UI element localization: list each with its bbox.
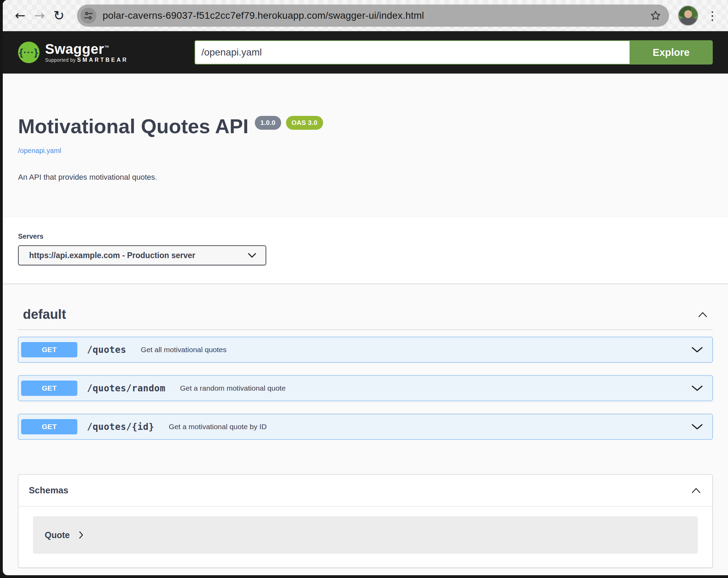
scheme-container: Servers https://api.example.com - Produc… xyxy=(3,217,728,283)
op-path: /quotes/random xyxy=(87,383,165,393)
version-badge: 1.0.0 xyxy=(255,116,281,130)
method-badge: GET xyxy=(21,342,77,357)
servers-label: Servers xyxy=(18,232,713,240)
api-description: An API that provides motivational quotes… xyxy=(18,173,713,182)
forward-icon[interactable]: → xyxy=(30,6,49,25)
chevron-up-icon[interactable] xyxy=(697,312,708,318)
tag-header-default[interactable]: default xyxy=(18,307,713,330)
chevron-down-icon[interactable] xyxy=(691,385,703,392)
op-path: /quotes xyxy=(87,345,126,355)
browser-window: ← → ↻ polar-caverns-69037-f51c2cc7ef79.h… xyxy=(3,0,728,575)
op-summary: Get all motivational quotes xyxy=(141,346,691,354)
chevron-right-icon[interactable] xyxy=(79,531,84,539)
schemas-title: Schemas xyxy=(29,485,68,496)
schemas-section: Schemas Quote xyxy=(18,474,713,568)
opblock-get-quotes-random[interactable]: GET /quotes/random Get a random motivati… xyxy=(18,375,713,401)
spec-url-input[interactable] xyxy=(194,40,630,65)
model-row-quote[interactable]: Quote xyxy=(33,516,698,554)
explore-button[interactable]: Explore xyxy=(630,40,713,65)
op-path: /quotes/{id} xyxy=(87,422,154,432)
method-badge: GET xyxy=(21,381,77,396)
profile-avatar[interactable] xyxy=(678,6,698,26)
address-bar[interactable]: polar-caverns-69037-f51c2cc7ef79.herokua… xyxy=(77,5,669,27)
chevron-up-icon[interactable] xyxy=(691,487,701,494)
model-name: Quote xyxy=(45,530,70,540)
bookmark-star-icon[interactable] xyxy=(650,10,661,22)
tag-title: default xyxy=(23,307,66,322)
server-select[interactable]: https://api.example.com - Production ser… xyxy=(18,245,266,265)
opblock-get-quotes[interactable]: GET /quotes Get all motivational quotes xyxy=(18,337,713,363)
smartbear-tagline: Supported by SMARTBEAR xyxy=(45,57,128,63)
swagger-logo-icon: {···} xyxy=(18,42,40,63)
opblock-get-quotes-id[interactable]: GET /quotes/{id} Get a motivational quot… xyxy=(18,414,713,440)
api-title: Motivational Quotes API 1.0.0 OAS 3.0 xyxy=(18,114,713,138)
back-icon[interactable]: ← xyxy=(10,6,30,25)
oas-badge: OAS 3.0 xyxy=(286,116,323,130)
browser-menu-icon[interactable]: ⋮ xyxy=(707,10,718,22)
browser-toolbar: ← → ↻ polar-caverns-69037-f51c2cc7ef79.h… xyxy=(3,0,728,31)
method-badge: GET xyxy=(21,419,77,434)
chevron-down-icon xyxy=(248,253,257,258)
chevron-down-icon[interactable] xyxy=(691,423,703,430)
op-summary: Get a motivational quote by ID xyxy=(169,423,691,431)
server-select-value: https://api.example.com - Production ser… xyxy=(29,251,195,260)
reload-icon[interactable]: ↻ xyxy=(49,6,69,25)
api-info-section: Motivational Quotes API 1.0.0 OAS 3.0 /o… xyxy=(3,74,728,182)
swagger-main: Motivational Quotes API 1.0.0 OAS 3.0 /o… xyxy=(3,74,728,568)
site-settings-icon[interactable] xyxy=(80,8,96,24)
schemas-header[interactable]: Schemas xyxy=(18,475,712,507)
trademark-symbol: ™ xyxy=(104,44,109,50)
op-summary: Get a random motivational quote xyxy=(180,384,691,392)
spec-link[interactable]: /openapi.yaml xyxy=(18,147,61,155)
swagger-topbar: {···} Swagger™ Supported by SMARTBEAR Ex… xyxy=(3,31,728,74)
swagger-wordmark: Swagger™ xyxy=(45,42,128,56)
chevron-down-icon[interactable] xyxy=(691,346,703,353)
swagger-logo[interactable]: {···} Swagger™ Supported by SMARTBEAR xyxy=(18,42,128,63)
url-text[interactable]: polar-caverns-69037-f51c2cc7ef79.herokua… xyxy=(103,10,650,21)
